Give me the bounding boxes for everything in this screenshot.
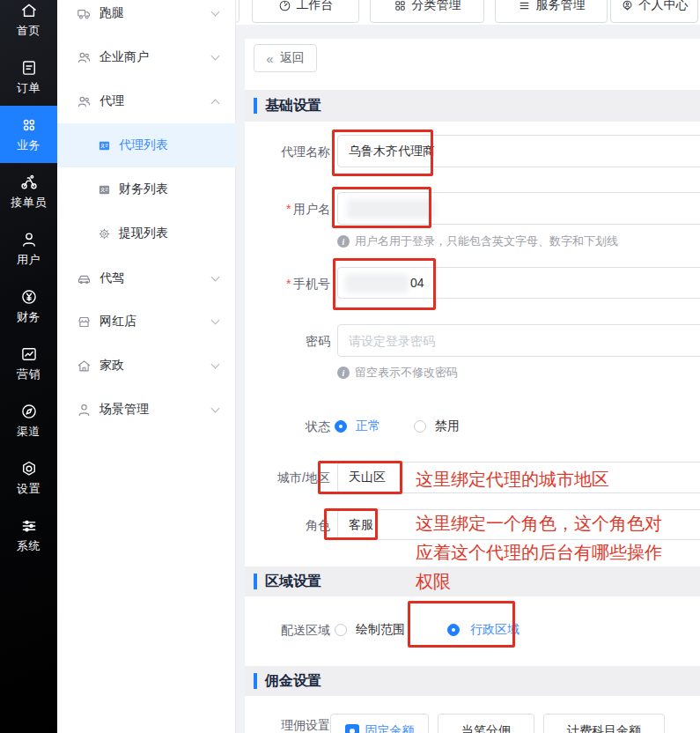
rail-item-couriers[interactable]: 接单员 [0, 163, 57, 220]
sidebar-item-agent-list[interactable]: 代理列表 [57, 123, 236, 167]
redacted-username [347, 199, 435, 218]
business-grid-icon [20, 116, 38, 134]
nav-button-label: 个人中心 [639, 0, 689, 13]
admin-region-label[interactable]: 行政区域 [470, 622, 519, 638]
sidebar-item-label: 跑腿 [99, 5, 124, 21]
draw-range-label[interactable]: 绘制范围 [356, 622, 405, 638]
nav-button-label: 分类管理 [412, 0, 461, 13]
status-disabled-label[interactable]: 禁用 [435, 418, 460, 434]
idcard-icon [98, 183, 111, 196]
rail-item-finance[interactable]: 财务 [0, 278, 57, 335]
list-icon [518, 0, 531, 12]
person-icon [77, 403, 92, 418]
commission-option-label: 当笔分佣 [461, 723, 511, 733]
admin-region-radio[interactable] [447, 624, 460, 636]
sidebar-item-housekeeping[interactable]: 家政 [57, 344, 236, 388]
role-annotation-text: 这里绑定一个角色，这个角色对 应着这个代理的后台有哪些操作 权限 [416, 509, 662, 596]
status-disabled-radio[interactable] [414, 420, 426, 433]
draw-range-radio[interactable] [335, 624, 347, 636]
system-icon [20, 517, 38, 535]
commission-mode-label: 理佣设置 [249, 718, 330, 733]
commission-option-fixed[interactable]: 固定金额 [330, 714, 429, 733]
rail-item-home[interactable]: 首页 [0, 0, 57, 48]
rail-item-channel[interactable]: 渠道 [0, 392, 57, 449]
rail-item-settings[interactable]: 设置 [0, 449, 57, 507]
status-normal-label[interactable]: 正常 [356, 418, 380, 434]
selected-option-icon [345, 724, 359, 733]
commission-option-billing[interactable]: 计费科目金额 [543, 714, 665, 733]
sidebar-item-scene-management[interactable]: 场景管理 [57, 388, 236, 432]
section-header-commission: 佣金设置 [245, 666, 700, 696]
people-icon [77, 94, 92, 109]
sidebar-item-enterprise[interactable]: 企业商户 [57, 35, 236, 79]
sidebar-item-online-shop[interactable]: 网红店 [57, 300, 236, 344]
nav-button-personal-center[interactable]: 个人中心 [610, 0, 698, 23]
section-header-basic: 基础设置 [245, 90, 700, 122]
sidebar-item-label: 提现列表 [119, 226, 168, 241]
info-icon: i [337, 366, 350, 379]
nav-button-label: 服务管理 [536, 0, 586, 13]
nav-button-service-management[interactable]: 服务管理 [495, 0, 608, 23]
nav-button-label: 工作台 [297, 0, 334, 13]
rail-label: 系统 [17, 538, 41, 554]
top-navigation: 工作台 分类管理 服务管理 个人中心 [236, 0, 700, 25]
nav-button-workbench[interactable]: 工作台 [252, 0, 359, 23]
sidebar-item-finance-list[interactable]: 财务列表 [57, 167, 236, 211]
nav-button-fragment-left[interactable] [236, 0, 239, 23]
role-label: 角色 [249, 518, 330, 534]
settings-icon [20, 460, 38, 478]
rail-label: 设置 [17, 481, 41, 497]
section-accent-bar [254, 98, 257, 114]
sidebar-item-label: 家政 [99, 358, 124, 374]
courier-icon [20, 174, 38, 191]
section-accent-bar [254, 673, 257, 689]
password-hint: i 留空表示不修改密码 [337, 365, 458, 381]
chevron-down-icon [211, 404, 220, 413]
sidebar-item-label: 场景管理 [99, 402, 149, 418]
password-input[interactable] [337, 324, 700, 357]
phone-visible-digits: 04 [410, 276, 424, 290]
rail-item-orders[interactable]: 订单 [0, 48, 57, 106]
gear-icon [98, 227, 111, 241]
back-button[interactable]: « 返回 [254, 44, 317, 72]
status-normal-radio[interactable] [335, 420, 347, 433]
agent-name-input[interactable] [337, 135, 700, 167]
sidebar-item-driving[interactable]: 代驾 [57, 256, 236, 300]
rail-item-business[interactable]: 业务 [0, 106, 57, 163]
sidebar-item-label: 网红店 [99, 314, 136, 329]
dashboard-icon [278, 0, 291, 12]
status-label: 状态 [249, 419, 330, 435]
sidebar-item-label: 代理 [99, 93, 124, 109]
rail-label: 用户 [17, 252, 41, 268]
order-icon [20, 59, 38, 77]
car-icon [77, 271, 92, 286]
channel-icon [20, 403, 38, 420]
city-annotation-text: 这里绑定代理的城市地区 [416, 465, 609, 494]
nav-button-category-management[interactable]: 分类管理 [370, 0, 484, 23]
sidebar-item-errand[interactable]: 跑腿 [57, 0, 236, 35]
password-label: 密码 [249, 334, 330, 350]
back-button-label: 返回 [280, 50, 305, 66]
redacted-phone [345, 274, 409, 292]
rail-item-users[interactable]: 用户 [0, 220, 57, 278]
sidebar-item-label: 代理列表 [119, 137, 168, 153]
required-mark: * [286, 202, 291, 216]
people-icon [77, 50, 92, 65]
chevron-down-icon [211, 316, 220, 325]
rail-item-marketing[interactable]: 营销 [0, 335, 57, 392]
required-mark: * [286, 277, 291, 291]
sidebar-item-withdraw-list[interactable]: 提现列表 [57, 211, 236, 255]
phone-label: *手机号 [249, 277, 330, 292]
truck-icon [77, 6, 92, 21]
username-hint: i 用户名用于登录，只能包含英文字母、数字和下划线 [337, 233, 618, 249]
house-icon [77, 359, 92, 374]
sidebar-item-agent[interactable]: 代理 [57, 79, 236, 123]
rail-item-system[interactable]: 系统 [0, 507, 57, 564]
finance-icon [20, 288, 38, 306]
section-title: 区域设置 [265, 573, 321, 591]
phone-input[interactable]: 04 [337, 267, 700, 299]
username-input[interactable] [337, 192, 700, 225]
city-label: 城市/地区 [249, 470, 330, 486]
commission-option-per-order[interactable]: 当笔分佣 [438, 714, 534, 733]
sidebar-item-label: 企业商户 [99, 49, 149, 65]
